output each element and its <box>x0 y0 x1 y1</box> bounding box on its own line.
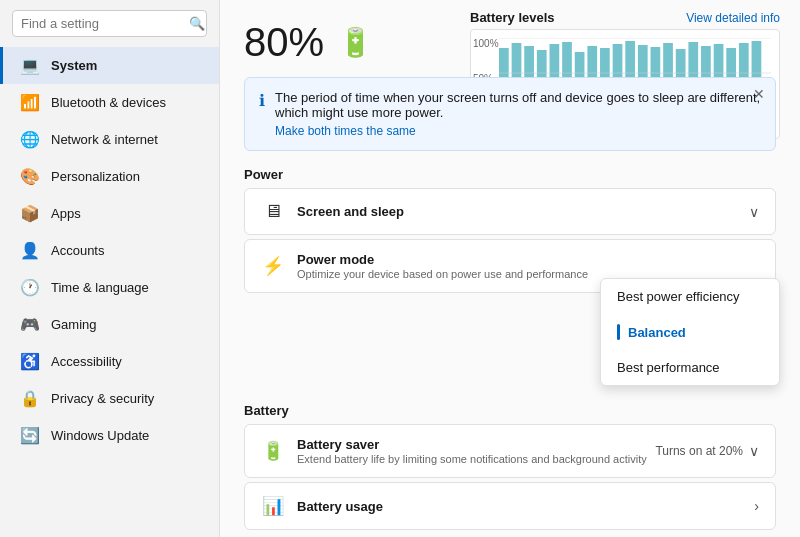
sidebar-item-network[interactable]: 🌐Network & internet <box>0 121 219 158</box>
sidebar-item-update[interactable]: 🔄Windows Update <box>0 417 219 454</box>
dropdown-item-balanced[interactable]: Balanced <box>601 314 779 350</box>
power-mode-desc: Optimize your device based on power use … <box>297 268 588 280</box>
nav-label-accounts: Accounts <box>51 243 104 258</box>
power-mode-label: Power mode <box>297 252 588 267</box>
screen-sleep-left: 🖥 Screen and sleep <box>261 201 404 222</box>
battery-saver-row[interactable]: 🔋 Battery saver Extend battery life by l… <box>244 424 776 478</box>
sidebar-item-accessibility[interactable]: ♿Accessibility <box>0 343 219 380</box>
sidebar: 🔍 💻System📶Bluetooth & devices🌐Network & … <box>0 0 220 537</box>
search-box[interactable]: 🔍 <box>12 10 207 37</box>
nav-icon-accessibility: ♿ <box>19 352 41 371</box>
battery-usage-left: 📊 Battery usage <box>261 495 383 517</box>
nav-icon-bluetooth: 📶 <box>19 93 41 112</box>
chart-title: Battery levels <box>470 10 555 25</box>
nav-icon-time: 🕐 <box>19 278 41 297</box>
nav-label-accessibility: Accessibility <box>51 354 122 369</box>
nav-icon-gaming: 🎮 <box>19 315 41 334</box>
nav-icon-accounts: 👤 <box>19 241 41 260</box>
battery-saver-left: 🔋 Battery saver Extend battery life by l… <box>261 437 647 465</box>
nav-label-update: Windows Update <box>51 428 149 443</box>
battery-icon: 🔋 <box>338 26 373 59</box>
battery-saver-status: Turns on at 20% ∨ <box>655 443 759 459</box>
view-detailed-link[interactable]: View detailed info <box>686 11 780 25</box>
sidebar-item-time[interactable]: 🕐Time & language <box>0 269 219 306</box>
nav-icon-privacy: 🔒 <box>19 389 41 408</box>
battery-usage-label: Battery usage <box>297 499 383 514</box>
screen-sleep-row[interactable]: 🖥 Screen and sleep ∨ <box>244 188 776 235</box>
main-content: 80% 🔋 Battery levels View detailed info … <box>220 0 800 537</box>
screen-sleep-text: Screen and sleep <box>297 204 404 219</box>
nav-label-system: System <box>51 58 97 73</box>
sidebar-item-personalization[interactable]: 🎨Personalization <box>0 158 219 195</box>
battery-percent-display: 80% 🔋 <box>244 20 373 65</box>
nav-label-bluetooth: Bluetooth & devices <box>51 95 166 110</box>
sidebar-item-bluetooth[interactable]: 📶Bluetooth & devices <box>0 84 219 121</box>
battery-saver-label: Battery saver <box>297 437 647 452</box>
battery-usage-text: Battery usage <box>297 499 383 514</box>
nav-icon-personalization: 🎨 <box>19 167 41 186</box>
chart-header: Battery levels View detailed info <box>470 10 780 25</box>
nav-list: 💻System📶Bluetooth & devices🌐Network & in… <box>0 47 219 537</box>
chevron-right-icon: › <box>754 498 759 514</box>
sidebar-item-system[interactable]: 💻System <box>0 47 219 84</box>
selected-bar <box>617 324 620 340</box>
nav-label-gaming: Gaming <box>51 317 97 332</box>
nav-label-time: Time & language <box>51 280 149 295</box>
power-mode-icon: ⚡ <box>261 255 285 277</box>
chevron-down-icon: ∨ <box>749 204 759 220</box>
battery-usage-row[interactable]: 📊 Battery usage › <box>244 482 776 530</box>
sidebar-item-accounts[interactable]: 👤Accounts <box>0 232 219 269</box>
dropdown-item-best-power-efficiency[interactable]: Best power efficiency <box>601 279 779 314</box>
nav-icon-update: 🔄 <box>19 426 41 445</box>
info-content: The period of time when your screen turn… <box>275 90 761 138</box>
info-text: The period of time when your screen turn… <box>275 90 760 120</box>
sidebar-item-privacy[interactable]: 🔒Privacy & security <box>0 380 219 417</box>
nav-icon-system: 💻 <box>19 56 41 75</box>
info-link[interactable]: Make both times the same <box>275 124 761 138</box>
sidebar-item-gaming[interactable]: 🎮Gaming <box>0 306 219 343</box>
close-icon[interactable]: ✕ <box>753 86 765 102</box>
battery-saver-icon: 🔋 <box>261 440 285 462</box>
nav-label-network: Network & internet <box>51 132 158 147</box>
battery-saver-desc: Extend battery life by limiting some not… <box>297 453 647 465</box>
info-box: ℹ The period of time when your screen tu… <box>244 77 776 151</box>
nav-label-privacy: Privacy & security <box>51 391 154 406</box>
screen-sleep-icon: 🖥 <box>261 201 285 222</box>
nav-icon-apps: 📦 <box>19 204 41 223</box>
power-section-title: Power <box>244 167 776 182</box>
screen-sleep-label: Screen and sleep <box>297 204 404 219</box>
battery-section-title: Battery <box>244 403 776 418</box>
chevron-down-icon: ∨ <box>749 443 759 459</box>
battery-usage-icon: 📊 <box>261 495 285 517</box>
search-icon: 🔍 <box>189 16 205 31</box>
search-input[interactable] <box>21 16 189 31</box>
info-icon: ℹ <box>259 91 265 110</box>
nav-label-personalization: Personalization <box>51 169 140 184</box>
battery-saver-text: Battery saver Extend battery life by lim… <box>297 437 647 465</box>
power-mode-text: Power mode Optimize your device based on… <box>297 252 588 280</box>
dropdown-item-best-performance[interactable]: Best performance <box>601 350 779 385</box>
battery-saver-status-text: Turns on at 20% <box>655 444 743 458</box>
power-mode-dropdown: Best power efficiencyBalancedBest perfor… <box>600 278 780 386</box>
nav-label-apps: Apps <box>51 206 81 221</box>
sidebar-item-apps[interactable]: 📦Apps <box>0 195 219 232</box>
battery-percentage: 80% <box>244 20 324 65</box>
nav-icon-network: 🌐 <box>19 130 41 149</box>
power-mode-left: ⚡ Power mode Optimize your device based … <box>261 252 588 280</box>
